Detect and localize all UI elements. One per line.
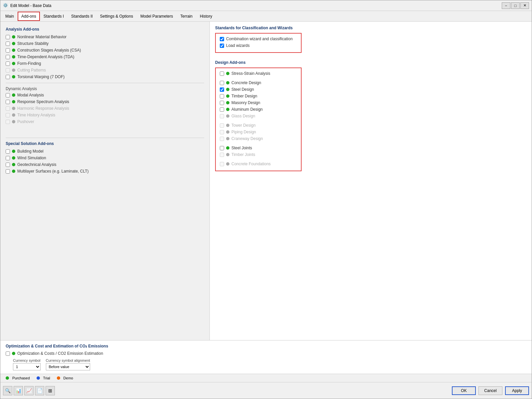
tab-standards2[interactable]: Standards II [67,12,96,21]
steel-design-checkbox[interactable] [220,87,224,92]
apply-button[interactable]: Apply [505,386,529,395]
addon-label: Craneway Design [231,136,263,141]
tab-standards1[interactable]: Standards I [40,12,67,21]
tab-main[interactable]: Main [2,12,18,21]
icon-table[interactable]: 📊 [14,386,23,395]
currency-symbol-field: Currency symbol 1 [13,358,41,370]
icon-document[interactable]: 📄 [35,386,44,395]
green-dot [226,94,229,98]
harmonic-checkbox [6,106,10,111]
list-item: Aluminum Design [220,107,297,112]
timber-joints-checkbox [220,153,224,157]
green-dot [12,100,15,103]
combination-wizard-checkbox[interactable] [220,37,224,41]
gray-dot [12,68,15,72]
list-item: Masonry Design [220,100,297,105]
building-model-checkbox[interactable] [6,149,10,154]
modal-checkbox[interactable] [6,93,10,97]
currency-symbol-select[interactable]: 1 [13,363,41,370]
trial-dot [37,376,40,380]
addon-label: Modal Analysis [17,93,44,97]
addon-label: Timber Joints [231,152,255,157]
form-finding-checkbox[interactable] [6,62,10,66]
special-addons-title: Special Solution Add-ons [6,141,204,146]
window-title: Edit Model - Base Data [10,3,502,8]
design-addons-title: Design Add-ons [215,60,526,65]
tab-terrain[interactable]: Terrain [177,12,196,21]
glass-design-checkbox [220,114,224,118]
icon-search[interactable]: 🔍 [3,386,12,395]
tab-history[interactable]: History [196,12,216,21]
addon-label: Multilayer Surfaces (e.g. Laminate, CLT) [17,169,89,174]
currency-symbol-label: Currency symbol [13,358,41,362]
masonry-design-checkbox[interactable] [220,101,224,105]
icon-grid[interactable]: ⊞ [46,386,55,395]
maximize-button[interactable]: □ [511,2,520,9]
structure-stability-checkbox[interactable] [6,42,10,46]
response-spectrum-checkbox[interactable] [6,100,10,104]
currency-row: Currency symbol 1 Currency symbol alignm… [13,358,526,370]
tab-settings[interactable]: Settings & Options [96,12,137,21]
cancel-button[interactable]: Cancel [478,386,502,395]
addon-label: Aluminum Design [231,107,263,112]
addon-label: Timber Design [231,94,257,98]
ok-button[interactable]: OK [452,386,476,395]
addon-label: Construction Stages Analysis (CSA) [17,48,81,53]
wind-sim-checkbox[interactable] [6,156,10,160]
optimization-checkbox[interactable] [6,351,10,356]
alignment-select[interactable]: Before value After value [46,363,90,370]
piping-design-checkbox [220,130,224,134]
concrete-design-checkbox[interactable] [220,81,224,85]
list-item: Cutting Patterns [6,67,204,73]
tab-model-params[interactable]: Model Parameters [137,12,177,21]
addon-label: Tower Design [231,123,256,128]
list-item: Building Model [6,149,204,154]
minimize-button[interactable]: − [502,2,510,9]
timber-design-checkbox[interactable] [220,94,224,98]
csa-checkbox[interactable] [6,48,10,53]
addon-label: Response Spectrum Analysis [17,99,69,104]
concrete-foundations-checkbox [220,162,224,166]
tower-design-checkbox [220,123,224,128]
list-item: Tower Design [220,123,297,128]
torsional-checkbox[interactable] [6,75,10,79]
addon-label: Steel Design [231,87,254,92]
tab-addons[interactable]: Add-ons [18,12,40,21]
addon-label: Steel Joints [231,146,252,150]
multilayer-checkbox[interactable] [6,169,10,174]
green-dot [226,81,229,84]
addon-label: Glass Design [231,114,255,118]
green-dot [12,170,15,173]
list-item: Stress-Strain Analysis [220,71,297,76]
close-button[interactable]: ✕ [520,2,529,9]
pushover-checkbox [6,120,10,124]
tda-checkbox[interactable] [6,55,10,59]
demo-legend: Demo [57,376,73,380]
nonlinear-checkbox[interactable] [6,35,10,39]
stress-strain-checkbox[interactable] [220,71,224,76]
aluminum-design-checkbox[interactable] [220,107,224,112]
green-dot [12,55,15,59]
footer-bar: 🔍 📊 📈 📄 ⊞ OK Cancel Apply [0,382,532,399]
list-item: Load wizards [220,43,297,48]
addon-label: Harmonic Response Analysis [17,106,69,111]
addon-label: Load wizards [226,43,250,48]
main-content: Analysis Add-ons Nonlinear Material Beha… [0,22,532,382]
addon-label: Form-Finding [17,61,41,66]
addon-label: Masonry Design [231,100,260,105]
green-dot [12,156,15,160]
list-item: Time-Dependent Analysis (TDA) [6,54,204,60]
main-window: ⚙️ Edit Model - Base Data − □ ✕ Main Add… [0,0,532,399]
load-wizards-checkbox[interactable] [220,44,224,48]
title-bar: ⚙️ Edit Model - Base Data − □ ✕ [0,0,532,11]
standards-box: Combination wizard and classification Lo… [215,33,302,53]
list-item: Concrete Design [220,80,297,85]
icon-chart[interactable]: 📈 [24,386,34,395]
analysis-addons-title: Analysis Add-ons [6,27,204,32]
gray-dot [226,124,229,127]
steel-joints-checkbox[interactable] [220,146,224,150]
addon-label: Concrete Design [231,80,261,85]
list-item: Glass Design [220,113,297,119]
addon-label: Structure Stability [17,41,49,46]
geotechnical-checkbox[interactable] [6,163,10,167]
